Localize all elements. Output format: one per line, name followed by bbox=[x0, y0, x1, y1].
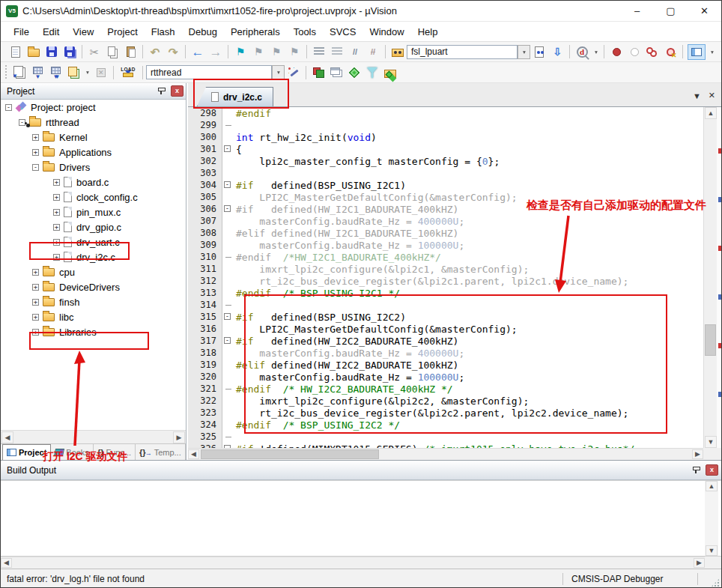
search-combo-dropdown[interactable] bbox=[518, 45, 530, 59]
collapse-icon[interactable]: - bbox=[19, 119, 25, 126]
target-combo[interactable]: rtthread bbox=[146, 65, 272, 79]
tree-item-project-project[interactable]: -Project: project bbox=[1, 100, 186, 115]
tree-item-kernel[interactable]: +Kernel bbox=[1, 130, 186, 145]
scroll-down-icon[interactable]: ▼ bbox=[705, 436, 717, 448]
scroll-up-icon[interactable]: ▲ bbox=[706, 481, 718, 491]
scroll-left-icon[interactable]: ◀ bbox=[1, 558, 12, 568]
comment-selection-icon[interactable] bbox=[346, 43, 364, 61]
rebuild-icon[interactable] bbox=[46, 64, 64, 81]
tree-item-applications[interactable]: +Applications bbox=[1, 145, 186, 160]
uncomment-selection-icon[interactable] bbox=[364, 43, 382, 61]
fold-collapse-icon[interactable]: - bbox=[224, 313, 231, 320]
menu-help[interactable]: Help bbox=[411, 24, 445, 40]
code-line[interactable]: 315-#if defined(BSP_USING_I2C2) bbox=[188, 311, 703, 323]
window-layout-dropdown-icon[interactable] bbox=[707, 43, 717, 61]
find-in-files-icon[interactable] bbox=[389, 43, 407, 61]
editor-hscrollbar[interactable]: ◀ ▶ bbox=[188, 448, 703, 460]
tree-item-devicedrivers[interactable]: +DeviceDrivers bbox=[1, 279, 186, 294]
tree-item-drivers[interactable]: -Drivers bbox=[1, 160, 186, 175]
code-line[interactable]: 316 LPI2C_MasterGetDefaultConfig(&master… bbox=[188, 323, 703, 335]
scroll-right-icon[interactable]: ▶ bbox=[173, 431, 185, 443]
code-line[interactable]: 299 bbox=[188, 119, 703, 131]
save-all-icon[interactable] bbox=[61, 43, 79, 61]
debug-dropdown-icon[interactable] bbox=[591, 43, 601, 61]
options-for-target-icon[interactable] bbox=[285, 64, 303, 81]
expand-icon[interactable]: + bbox=[32, 284, 39, 291]
expand-icon[interactable]: + bbox=[53, 239, 60, 246]
navigate-back-icon[interactable] bbox=[189, 43, 207, 61]
scroll-down-icon[interactable]: ▼ bbox=[706, 545, 718, 556]
insert-breakpoint-icon[interactable] bbox=[607, 43, 625, 61]
menu-file[interactable]: File bbox=[7, 24, 36, 40]
redo-icon[interactable] bbox=[164, 43, 182, 61]
tree-item-pin-mux-c[interactable]: +pin_mux.c bbox=[1, 204, 186, 219]
scroll-left-icon[interactable]: ◀ bbox=[1, 431, 13, 443]
download-load-icon[interactable]: LOAD bbox=[117, 64, 139, 81]
clear-bookmarks-icon[interactable] bbox=[285, 43, 303, 61]
fold-collapse-icon[interactable]: - bbox=[224, 145, 231, 152]
code-line[interactable]: 322 imxrt_lpi2c_configure(&lpi2c2, &mast… bbox=[188, 395, 703, 407]
cut-icon[interactable] bbox=[85, 43, 103, 61]
code-line[interactable]: 313#endif /* BSP USING I2C1 */ bbox=[188, 287, 703, 299]
menu-project[interactable]: Project bbox=[100, 24, 144, 40]
tab-func[interactable]: {}Func... bbox=[94, 444, 136, 460]
project-panel-close-icon[interactable]: x bbox=[171, 85, 183, 97]
open-file-icon[interactable] bbox=[25, 43, 43, 61]
tree-item-drv-i2c-c[interactable]: +drv_i2c.c bbox=[1, 249, 186, 264]
collapse-icon[interactable]: - bbox=[32, 164, 39, 171]
save-icon[interactable] bbox=[43, 43, 61, 61]
filter-funnel-icon[interactable] bbox=[363, 64, 381, 81]
code-line[interactable]: 324#endif /* BSP_USING_I2C2 */ bbox=[188, 419, 703, 431]
tree-item-clock-config-c[interactable]: +clock_config.c bbox=[1, 190, 186, 204]
code-line[interactable]: 303 bbox=[188, 167, 703, 179]
multi-project-workspace-icon[interactable] bbox=[327, 64, 345, 81]
maximize-button[interactable]: ▢ bbox=[654, 1, 688, 21]
code-line[interactable]: 307 masterConfig.baudRate_Hz = 400000U; bbox=[188, 215, 703, 227]
close-document-icon[interactable]: ✕ bbox=[709, 91, 715, 100]
disable-breakpoint-icon[interactable] bbox=[625, 43, 643, 61]
expand-icon[interactable]: + bbox=[53, 224, 60, 231]
previous-bookmark-icon[interactable] bbox=[249, 43, 267, 61]
undo-icon[interactable] bbox=[146, 43, 164, 61]
menu-edit[interactable]: Edit bbox=[36, 24, 66, 40]
menu-view[interactable]: View bbox=[66, 24, 100, 40]
project-hscrollbar[interactable]: ◀ ▶ bbox=[1, 430, 186, 443]
scroll-right-icon[interactable]: ▶ bbox=[692, 449, 703, 459]
start-stop-debug-icon[interactable]: d bbox=[573, 43, 591, 61]
build-output-close-icon[interactable]: x bbox=[706, 464, 718, 476]
menu-peripherals[interactable]: Peripherals bbox=[224, 24, 287, 40]
hscroll-thumb[interactable] bbox=[201, 449, 379, 459]
fold-collapse-icon[interactable]: - bbox=[224, 181, 231, 188]
tree-item-libc[interactable]: +libc bbox=[1, 309, 186, 324]
code-line[interactable]: 304-#if defined(BSP_USING_I2C1) bbox=[188, 179, 703, 191]
unindent-icon[interactable] bbox=[310, 43, 328, 61]
scroll-left-icon[interactable]: ◀ bbox=[188, 449, 199, 459]
code-line[interactable]: 306-#if defined(HW_I2C1_BADURATE_400kHZ) bbox=[188, 203, 703, 215]
menu-window[interactable]: Window bbox=[362, 24, 410, 40]
build-output-hscrollbar[interactable]: ◀ ▶ bbox=[1, 557, 705, 569]
build-icon[interactable] bbox=[28, 64, 46, 81]
expand-icon[interactable]: + bbox=[53, 209, 60, 216]
tree-item-finsh[interactable]: +finsh bbox=[1, 294, 186, 309]
tree-item-cpu[interactable]: +cpu bbox=[1, 264, 186, 279]
configure-wrench-icon[interactable] bbox=[717, 43, 722, 61]
expand-icon[interactable]: + bbox=[32, 269, 39, 276]
code-line[interactable]: 321#endif /* HW_I2C2_BADURATE_400kHZ */ bbox=[188, 383, 703, 395]
expand-icon[interactable]: + bbox=[32, 314, 39, 321]
close-button[interactable]: ✕ bbox=[688, 1, 721, 21]
code-line[interactable]: 318 masterConfig.baudRate_Hz = 400000U; bbox=[188, 347, 703, 359]
code-line[interactable]: 314 bbox=[188, 299, 703, 311]
stop-build-icon[interactable] bbox=[92, 64, 110, 81]
tab-list-dropdown-icon[interactable]: ▼ bbox=[693, 91, 701, 100]
tree-item-board-c[interactable]: +board.c bbox=[1, 175, 186, 190]
tab-books[interactable]: Books bbox=[51, 444, 94, 460]
toolbar-grip-2[interactable] bbox=[4, 65, 8, 80]
scroll-right-icon[interactable]: ▶ bbox=[694, 558, 705, 568]
code-line[interactable]: 325 bbox=[188, 431, 703, 443]
menu-debug[interactable]: Debug bbox=[182, 24, 224, 40]
expand-icon[interactable]: + bbox=[53, 194, 60, 201]
batch-build-dropdown-icon[interactable] bbox=[82, 64, 92, 81]
next-bookmark-icon[interactable] bbox=[267, 43, 285, 61]
kill-all-breakpoints-icon[interactable] bbox=[661, 43, 679, 61]
build-output-vscrollbar[interactable]: ▲ ▼ bbox=[705, 481, 718, 556]
